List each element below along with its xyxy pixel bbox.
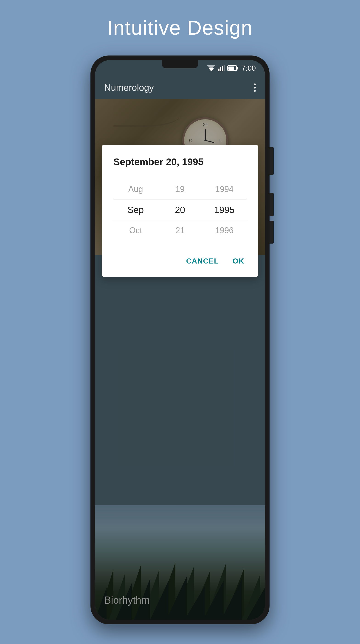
phone-notch xyxy=(162,60,198,68)
volume-down-button[interactable] xyxy=(270,221,274,244)
date-picker-dialog: September 20, 1995 Aug Sep Oct xyxy=(102,145,258,277)
year-next: 1996 xyxy=(202,220,247,241)
day-previous: 19 xyxy=(158,179,202,200)
svg-marker-1 xyxy=(207,65,215,69)
dialog-overlay: September 20, 1995 Aug Sep Oct xyxy=(95,99,265,620)
signal-icon xyxy=(218,65,225,71)
ok-button[interactable]: OK xyxy=(230,252,247,270)
year-picker-column[interactable]: 1994 1995 1996 xyxy=(202,179,247,241)
month-current: Sep xyxy=(113,200,158,220)
content-area: XII III VI IX Birthday Number September … xyxy=(95,99,265,620)
dialog-actions: CANCEL OK xyxy=(113,248,247,270)
status-time: 7:00 xyxy=(242,64,256,72)
app-title: Numerology xyxy=(104,82,154,93)
dialog-title: September 20, 1995 xyxy=(113,156,247,168)
month-next: Oct xyxy=(113,220,158,241)
app-bar: Numerology xyxy=(95,76,265,99)
page-title: Intuitive Design xyxy=(107,16,253,40)
svg-rect-2 xyxy=(218,68,220,71)
more-vert-icon[interactable] xyxy=(254,84,256,92)
svg-rect-4 xyxy=(222,66,223,71)
svg-rect-5 xyxy=(224,65,225,71)
day-current: 20 xyxy=(158,200,202,220)
phone-shell: 7:00 Numerology xyxy=(90,56,270,624)
date-picker[interactable]: Aug Sep Oct 19 20 21 xyxy=(113,179,247,241)
day-next: 21 xyxy=(158,220,202,241)
battery-icon xyxy=(227,65,237,71)
volume-up-button[interactable] xyxy=(270,193,274,216)
day-picker-column[interactable]: 19 20 21 xyxy=(158,179,202,241)
phone-screen: 7:00 Numerology xyxy=(95,60,265,620)
year-previous: 1994 xyxy=(202,179,247,200)
year-current: 1995 xyxy=(202,200,247,220)
svg-rect-3 xyxy=(220,67,221,71)
status-icons: 7:00 xyxy=(207,64,256,72)
power-button[interactable] xyxy=(270,147,274,175)
wifi-icon xyxy=(207,65,215,71)
month-picker-column[interactable]: Aug Sep Oct xyxy=(113,179,158,241)
month-previous: Aug xyxy=(113,179,158,200)
cancel-button[interactable]: CANCEL xyxy=(184,252,221,270)
